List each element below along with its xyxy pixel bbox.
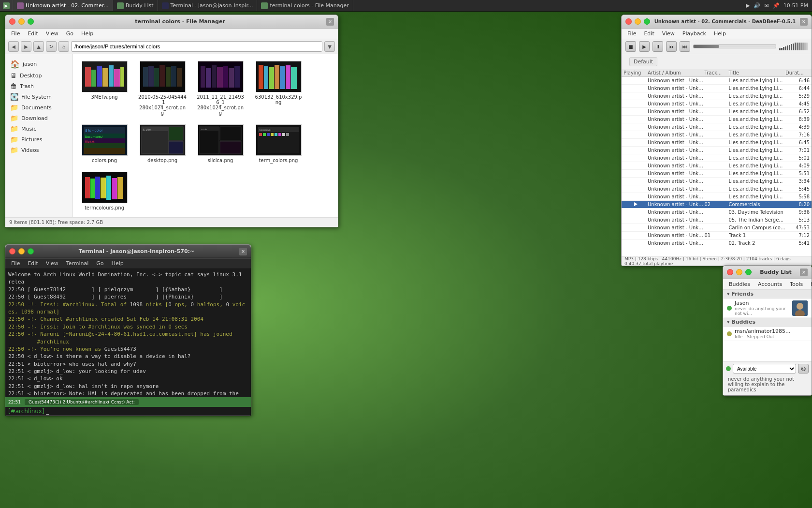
mp-track-row[interactable]: Unknown artist - Unkno... Lies.and.the.L… [622, 123, 812, 131]
fm-address-input[interactable] [71, 41, 322, 52]
mp-min-button[interactable] [635, 18, 641, 25]
mp-play-button[interactable]: ▶ [639, 41, 650, 52]
mp-track-row[interactable]: Unknown artist - Unkno... Lies.and.the.L… [622, 92, 812, 100]
taskbar-item-terminal[interactable]: Terminal - jason@jason-Inspir... [158, 0, 258, 11]
fm-back-button[interactable]: ◀ [8, 41, 19, 52]
mp-track-row[interactable]: Unknown artist - Unkno... Lies.and.the.L… [622, 154, 812, 162]
sidebar-item-trash[interactable]: 🗑 Trash [7, 81, 71, 91]
term-min-button[interactable] [18, 248, 25, 254]
mp-track-row[interactable]: Unknown artist - Unkno... Lies.and.the.L… [622, 170, 812, 178]
mp-track-row[interactable]: Unknown artist - Unkno... Lies.and.the.L… [622, 100, 812, 108]
bl-emoji-button[interactable]: ☺ [798, 364, 809, 374]
mp-track-row[interactable]: Unknown artist - Unkno... Lies.and.the.L… [622, 116, 812, 123]
mp-menu-edit[interactable]: Edit [640, 30, 658, 38]
mp-track-row[interactable]: Unknown artist - Unkno... 02. Track 2 5:… [622, 239, 812, 247]
fm-close-right[interactable]: × [326, 18, 334, 26]
mp-pause-button[interactable]: ⏸ [652, 41, 663, 52]
sidebar-item-filesystem[interactable]: 💽 File System [7, 91, 71, 102]
fm-refresh-button[interactable]: ↻ [46, 41, 57, 52]
mp-menu-view[interactable]: View [658, 30, 679, 38]
bl-menu-buddies[interactable]: Buddies [725, 280, 754, 288]
fm-close-button[interactable] [9, 18, 15, 25]
term-menu-go[interactable]: Go [92, 259, 107, 268]
term-menu-edit[interactable]: Edit [24, 259, 42, 268]
mp-menu-help[interactable]: Help [710, 30, 730, 38]
term-menu-terminal[interactable]: Terminal [62, 259, 93, 268]
fm-file-slicica[interactable]: code slicica.png [194, 122, 247, 165]
fm-menu-edit[interactable]: Edit [24, 30, 42, 38]
sidebar-item-videos[interactable]: 📁 Videos [7, 145, 71, 155]
sidebar-item-music[interactable]: 📁 Music [7, 123, 71, 134]
mp-track-row[interactable]: Unknown artist - Unkno... Lies.and.the.L… [622, 178, 812, 185]
mp-track-row[interactable]: Unknown artist - Unkno... Lies.and.the.L… [622, 139, 812, 147]
mp-track-row[interactable]: Unknown artist - Unkno... Lies.and.the.L… [622, 131, 812, 139]
fm-file-630132[interactable]: 630132_610x329.png [252, 59, 305, 118]
fm-file-termcolours[interactable]: termcolours.png [78, 170, 131, 212]
sidebar-item-desktop[interactable]: 🖥 Desktop [7, 70, 71, 81]
bl-buddy-msn[interactable]: msn/animator1985... Idle - Stepped Out [723, 327, 812, 341]
fm-menu-go[interactable]: Go [62, 30, 77, 38]
mp-max-button[interactable] [644, 18, 650, 25]
bl-section-buddies[interactable]: ▾ Buddies [723, 318, 812, 327]
fm-address-go[interactable]: ▼ [324, 41, 335, 52]
mp-track-row[interactable]: Unknown artist - Unkno... Lies.and.the.L… [622, 85, 812, 92]
fm-file-2011[interactable]: 2011_11_21_214936_1280x1024_scrot.png [194, 59, 247, 118]
bl-available-select[interactable]: Available Away Busy [733, 364, 796, 374]
taskbar-volume-icon[interactable]: 🔊 [754, 2, 760, 9]
fm-menu-help[interactable]: Help [77, 30, 97, 38]
mp-next-button[interactable]: ⏭ [680, 41, 690, 52]
mp-prev-button[interactable]: ⏮ [666, 41, 677, 52]
term-status-tab1[interactable]: Guest54473(1) 2:Ubuntu/#archlinux( Ccnst… [25, 399, 139, 405]
mp-close-right[interactable]: × [800, 18, 808, 26]
fm-file-3metw[interactable]: 3METw.png [78, 59, 131, 118]
term-menu-view[interactable]: View [42, 259, 62, 268]
mp-stop-button[interactable]: ■ [625, 41, 636, 52]
taskbar-play-icon[interactable]: ▶ [746, 2, 750, 9]
bl-buddy-jason[interactable]: Jason never do anything your not wi... [723, 299, 812, 318]
mp-track-row[interactable]: Unknown artist - Unkno... Lies.and.the.L… [622, 185, 812, 193]
mp-track-row[interactable]: Unknown artist - Unkno... Carlin on Camp… [622, 224, 812, 232]
fm-file-desktop[interactable]: $ vim desktop.png [136, 122, 189, 165]
bl-menu-tools[interactable]: Tools [786, 280, 807, 288]
mp-track-row[interactable]: Unknown artist - Unkno... Lies.and.the.L… [622, 162, 812, 170]
bl-menu-accounts[interactable]: Accounts [754, 280, 786, 288]
mp-track-row[interactable]: Unknown artist - Unkno... Lies.and.the.L… [622, 108, 812, 116]
mp-menu-playback[interactable]: Playback [679, 30, 710, 38]
term-close-right[interactable]: × [239, 248, 247, 255]
fm-menu-view[interactable]: View [42, 30, 62, 38]
sidebar-item-download[interactable]: 📁 Download [7, 113, 71, 123]
mp-volume-control[interactable] [779, 43, 808, 50]
bl-menu-help[interactable]: Help [807, 280, 812, 288]
bl-close-button[interactable] [727, 269, 733, 275]
term-close-button[interactable] [9, 248, 15, 254]
taskbar-app-launcher[interactable]: ▶ [0, 0, 13, 11]
fm-file-colors[interactable]: $ ls --color Documents/ file.txt colors.… [78, 122, 131, 165]
fm-home-button[interactable]: ⌂ [58, 41, 69, 52]
taskbar-item-filemanager[interactable]: terminal colors - File Manager [257, 0, 353, 11]
fm-max-button[interactable] [28, 18, 34, 25]
fm-file-term-colors[interactable]: Terminal term_colors.png [252, 122, 305, 165]
mp-progress-bar[interactable] [693, 45, 776, 48]
fm-file-2010[interactable]: 2010-05-25-045444_1280x1024_scrot.png [136, 59, 189, 118]
mp-track-row[interactable]: Unknown artist - Unkno... Lies.and.the.L… [622, 193, 812, 201]
mp-menu-file[interactable]: File [624, 30, 640, 38]
mp-track-row[interactable]: Unknown artist - Unkno... Lies.and.the.L… [622, 77, 812, 85]
term-menu-file[interactable]: File [7, 259, 24, 268]
fm-forward-button[interactable]: ▶ [21, 41, 31, 52]
taskbar-item-buddy[interactable]: Buddy List [113, 0, 158, 11]
taskbar-mail-icon[interactable]: ✉ [764, 2, 768, 9]
bl-min-button[interactable] [736, 269, 742, 275]
bl-section-friends[interactable]: ▾ Friends [723, 290, 812, 299]
fm-menu-file[interactable]: File [7, 30, 24, 38]
bl-max-button[interactable] [745, 269, 752, 275]
mp-track-row[interactable]: Unknown artist - Unkno... 03. Daytime Te… [622, 209, 812, 216]
taskbar-item-music[interactable]: Unknown artist - 02. Commer... [13, 0, 113, 11]
bl-close-right[interactable]: × [800, 269, 808, 276]
mp-close-button[interactable] [625, 18, 632, 25]
mp-track-row[interactable]: Unknown artist - Unkno... 01 Track 1 7:1… [622, 232, 812, 239]
term-max-button[interactable] [28, 248, 34, 254]
term-menu-help[interactable]: Help [108, 259, 128, 268]
mp-track-row[interactable]: Unknown artist - Unkno... Lies.and.the.L… [622, 147, 812, 154]
sidebar-item-jason[interactable]: 🏠 jason [7, 58, 71, 70]
mp-track-row[interactable]: Unknown artist - Unkno... 05. The Indian… [622, 216, 812, 224]
